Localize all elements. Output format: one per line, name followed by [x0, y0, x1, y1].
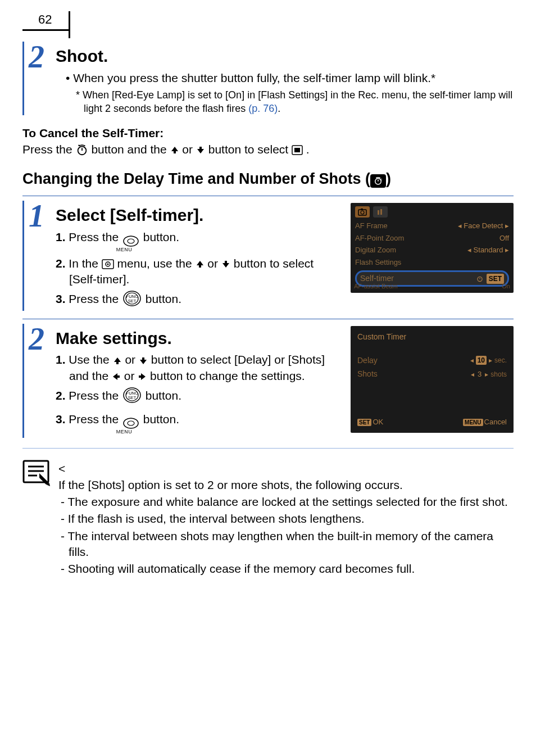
step1-sub1: 1. Press the MENU button.	[56, 229, 343, 252]
step1-s3-post: button.	[146, 292, 181, 305]
step1-sub3: 3. Press the FUNCSET button.	[56, 291, 343, 307]
svg-text:SET: SET	[128, 298, 137, 304]
footnote-text-pre: * When [Red-Eye Lamp] is set to [On] in …	[76, 89, 512, 114]
step1-substeps: 1. Press the MENU button. 2. In the	[56, 229, 343, 307]
timer-off-square-icon	[292, 145, 303, 155]
page-header-rule-horizontal	[22, 29, 69, 31]
step2-s1-or2: or	[124, 369, 138, 382]
custom-timer-mode-icon: c	[370, 174, 386, 188]
svg-point-25	[124, 418, 138, 428]
step1-s2-pre: In the	[69, 257, 101, 270]
svg-rect-17	[361, 209, 363, 210]
lcd2-row-shots: Shots ◂3▸ shots	[357, 367, 507, 381]
note-section: < If the [Shots] option is set to 2 or m…	[22, 460, 514, 578]
up-arrow-icon	[113, 356, 122, 365]
rule-between-steps	[22, 319, 514, 319]
step2-sub1: 1. Use the or button to select [Delay] o…	[56, 352, 343, 384]
cancel-heading: To Cancel the Self-Timer:	[22, 125, 514, 141]
note-item-1: The exposure and white balance are locke…	[58, 494, 514, 510]
lcd1-bottom-l: AF-assist Beam	[354, 282, 398, 291]
shoot-bullet: When you press the shutter button fully,…	[66, 70, 514, 86]
lcd2-shots-unit: shots	[490, 370, 507, 379]
cancel-pre: Press the	[22, 143, 76, 156]
menu-button-label: MENU	[130, 247, 133, 252]
shoot-footnote: * When [Red-Eye Lamp] is set to [On] in …	[76, 88, 514, 116]
svg-rect-3	[294, 148, 300, 152]
svg-point-10	[107, 263, 108, 265]
cancel-or: or	[182, 143, 196, 156]
lcd-tab-rec-icon	[355, 206, 370, 218]
lcd1-bottom-r: On	[502, 282, 510, 291]
page-number-box: 62	[22, 11, 79, 37]
step1-sub2: 2. In the menu, use the or	[56, 256, 343, 288]
step1-s1-pre: Press the	[69, 230, 122, 243]
step2-s2-post: button.	[146, 389, 181, 402]
cancel-post: .	[306, 143, 310, 156]
lcd2-shots-value: 3	[476, 369, 483, 379]
step2-sub3: 3. Press the MENU button.	[56, 411, 343, 434]
step2-s1-or: or	[125, 353, 139, 366]
func-set-button-icon: FUNCSET	[123, 291, 141, 306]
lcd2-row-delay: Delay ◂10▸ sec.	[357, 354, 507, 368]
lcd2-cancel: MENUCancel	[463, 417, 507, 427]
svg-point-6	[124, 236, 138, 246]
step-number-2: 2	[29, 325, 52, 438]
up-arrow-icon	[170, 146, 179, 155]
step2-s3-pre: Press the	[69, 413, 122, 425]
svg-text:SET: SET	[128, 395, 137, 400]
step-number-1: 1	[29, 202, 52, 311]
lcd2-ok: SETOK	[357, 417, 383, 427]
rec-menu-icon	[102, 259, 114, 269]
up-arrow-icon	[196, 260, 205, 269]
lcd2-delay-value: 10	[476, 356, 487, 365]
lcd2-delay-unit: sec.	[494, 356, 507, 365]
footnote-text-post: .	[278, 103, 280, 114]
svg-point-26	[128, 421, 134, 425]
step-title-shoot: Shoot.	[56, 45, 514, 68]
cancel-mid3: button to select	[208, 143, 292, 156]
section-heading-custom-timer: Changing the Delay Time and Number of Sh…	[22, 171, 514, 188]
step1-s1-post: button.	[143, 230, 179, 243]
note-item-4: Shooting will automatically cease if the…	[58, 561, 514, 577]
lcd-preview-selftimer-menu: AF Frame◂ Face Detect ▸ AF-Point ZoomOff…	[351, 203, 514, 293]
note-item-3: The interval between shots may lengthen …	[58, 528, 514, 560]
svg-rect-18	[378, 210, 379, 215]
step1-s2-or: or	[207, 257, 221, 270]
lcd2-delay-label: Delay	[357, 355, 378, 366]
step-shoot: 2 Shoot. When you press the shutter butt…	[22, 42, 514, 115]
svg-point-7	[128, 239, 134, 243]
lcd1-r2l: AF-Point Zoom	[355, 233, 404, 243]
menu-button-label: MENU	[130, 429, 133, 434]
left-arrow-icon	[112, 372, 121, 381]
step-make-settings: 2 Make settings. 1. Use the or button to…	[22, 324, 514, 438]
page-header-rule-vertical	[69, 11, 70, 38]
step-number-2-top: 2	[29, 43, 52, 115]
rule-below-steps	[22, 448, 514, 449]
memo-icon	[22, 460, 51, 485]
svg-text:c: c	[380, 178, 383, 181]
lcd2-shots-label: Shots	[357, 369, 378, 379]
lcd-preview-custom-timer: Custom Timer Delay ◂10▸ sec. Shots ◂3▸	[351, 326, 514, 433]
lcd1-r2r: Off	[499, 233, 509, 243]
lcd1-r3r: ◂ Standard ▸	[467, 245, 509, 255]
heading-post: )	[386, 170, 391, 187]
note-intro: If the [Shots] option is set to 2 or mor…	[58, 477, 514, 493]
heading-pre: Changing the Delay Time and Number of Sh…	[22, 170, 370, 187]
lcd1-r3l: Digital Zoom	[355, 245, 396, 255]
down-arrow-icon	[139, 356, 148, 365]
svg-point-0	[78, 147, 86, 155]
svg-rect-19	[380, 209, 382, 215]
svg-point-16	[361, 211, 364, 214]
step1-s2-mid1: menu, use the	[117, 257, 196, 270]
self-timer-icon	[76, 144, 88, 156]
step2-title: Make settings.	[56, 327, 343, 350]
step2-s3-post: button.	[143, 413, 179, 425]
svg-point-1	[78, 145, 79, 146]
page-header: 62	[22, 11, 514, 37]
footnote-page-link[interactable]: (p. 76)	[248, 103, 278, 114]
step2-s1-post: button to change the settings.	[150, 369, 305, 382]
step2-s2-pre: Press the	[69, 389, 122, 402]
cancel-line: Press the button and the or button to se…	[22, 142, 514, 157]
cancel-mid1: button and the	[91, 143, 170, 156]
menu-button-icon: MENU	[123, 418, 139, 434]
